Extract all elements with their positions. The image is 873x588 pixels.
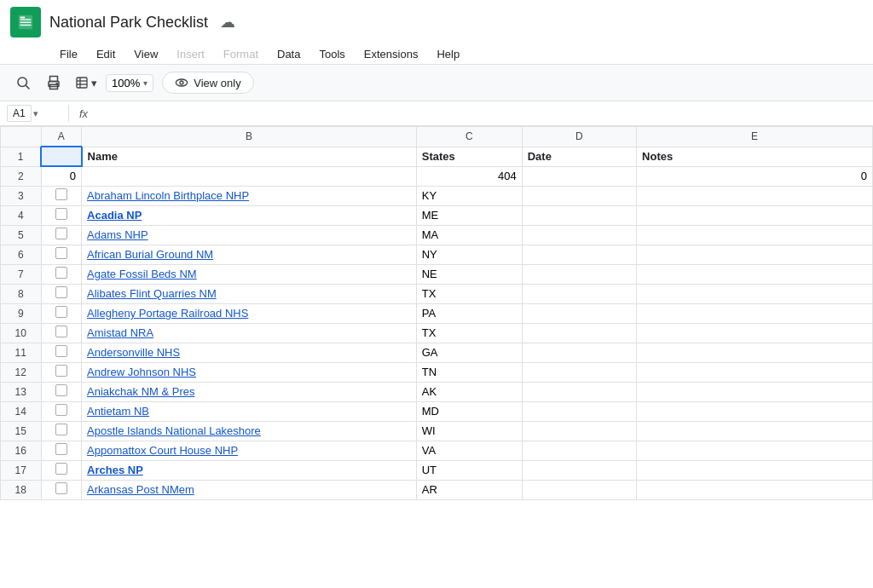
cell-a3[interactable]: [41, 186, 82, 205]
row-number[interactable]: 5: [1, 225, 42, 245]
cell-ref-dropdown-icon[interactable]: ▾: [33, 108, 38, 119]
cell-d18[interactable]: [522, 480, 636, 499]
cell-a7[interactable]: [41, 264, 82, 284]
row-number[interactable]: 18: [1, 480, 42, 499]
cell-d5[interactable]: [522, 225, 636, 245]
cell-e2[interactable]: 0: [637, 166, 873, 186]
cell-d12[interactable]: [522, 362, 636, 382]
cell-b4[interactable]: Acadia NP: [82, 205, 417, 225]
row-number[interactable]: 9: [1, 303, 42, 323]
cell-d8[interactable]: [522, 284, 636, 303]
cell-a15[interactable]: [41, 421, 82, 441]
zoom-control[interactable]: 100% ▾: [106, 74, 153, 92]
cell-c7[interactable]: NE: [416, 264, 522, 284]
cell-d9[interactable]: [522, 303, 636, 323]
view-only-button[interactable]: View only: [162, 72, 253, 94]
cell-d16[interactable]: [522, 441, 636, 460]
cell-d2[interactable]: [522, 166, 636, 186]
cell-c13[interactable]: AK: [416, 382, 522, 401]
cell-d13[interactable]: [522, 382, 636, 401]
cell-b9[interactable]: Allegheny Portage Railroad NHS: [82, 303, 417, 323]
cell-a1[interactable]: [41, 147, 82, 166]
cell-b10[interactable]: Amistad NRA: [82, 323, 417, 343]
cell-b11[interactable]: Andersonville NHS: [82, 343, 417, 362]
cell-d3[interactable]: [522, 186, 636, 205]
cell-b15[interactable]: Apostle Islands National Lakeshore: [82, 421, 417, 441]
cell-d14[interactable]: [522, 401, 636, 421]
cell-c4[interactable]: ME: [416, 205, 522, 225]
checkbox[interactable]: [55, 384, 67, 396]
col-header-a[interactable]: A: [41, 127, 82, 147]
checkbox[interactable]: [55, 326, 67, 337]
cell-e4[interactable]: [637, 205, 873, 225]
checkbox[interactable]: [55, 286, 67, 298]
col-header-b[interactable]: B: [82, 127, 417, 147]
menu-tools[interactable]: Tools: [310, 44, 353, 64]
cell-b5[interactable]: Adams NHP: [82, 225, 417, 245]
menu-extensions[interactable]: Extensions: [356, 44, 427, 64]
cell-c3[interactable]: KY: [416, 186, 522, 205]
row-number[interactable]: 15: [1, 421, 42, 441]
cell-c16[interactable]: VA: [416, 441, 522, 460]
format-button[interactable]: ▾: [72, 70, 101, 95]
menu-file[interactable]: File: [51, 44, 86, 64]
row-number[interactable]: 8: [1, 284, 42, 303]
cell-a13[interactable]: [41, 382, 82, 401]
cell-d11[interactable]: [522, 343, 636, 362]
cell-a17[interactable]: [41, 460, 82, 480]
cell-e12[interactable]: [637, 362, 873, 382]
cell-c14[interactable]: MD: [416, 401, 522, 421]
menu-help[interactable]: Help: [428, 44, 468, 64]
cell-b16[interactable]: Appomattox Court House NHP: [82, 441, 417, 460]
row-number[interactable]: 1: [1, 147, 42, 166]
cell-e6[interactable]: [637, 245, 873, 264]
row-number[interactable]: 17: [1, 460, 42, 480]
cell-d10[interactable]: [522, 323, 636, 343]
row-number[interactable]: 16: [1, 441, 42, 460]
print-button[interactable]: [41, 70, 66, 95]
cell-a9[interactable]: [41, 303, 82, 323]
cell-c8[interactable]: TX: [416, 284, 522, 303]
cell-c17[interactable]: UT: [416, 460, 522, 480]
row-number[interactable]: 4: [1, 205, 42, 225]
row-number[interactable]: 2: [1, 166, 42, 186]
row-number[interactable]: 10: [1, 323, 42, 343]
col-header-e[interactable]: E: [637, 127, 873, 147]
checkbox[interactable]: [55, 188, 67, 200]
spreadsheet[interactable]: A B C D E 1NameStatesDateNotes2040403Abr…: [0, 126, 873, 500]
search-button[interactable]: [10, 70, 36, 95]
cell-a18[interactable]: [41, 480, 82, 499]
checkbox[interactable]: [55, 345, 67, 357]
cell-c6[interactable]: NY: [416, 245, 522, 264]
cell-b17[interactable]: Arches NP: [82, 460, 417, 480]
cell-c11[interactable]: GA: [416, 343, 522, 362]
cell-e7[interactable]: [637, 264, 873, 284]
cell-reference[interactable]: A1 ▾: [7, 105, 58, 122]
checkbox[interactable]: [55, 463, 67, 475]
cell-d6[interactable]: [522, 245, 636, 264]
menu-data[interactable]: Data: [269, 44, 309, 64]
cell-a16[interactable]: [41, 441, 82, 460]
checkbox[interactable]: [55, 365, 67, 377]
cell-d15[interactable]: [522, 421, 636, 441]
checkbox[interactable]: [55, 228, 67, 239]
row-number[interactable]: 13: [1, 382, 42, 401]
cell-c15[interactable]: WI: [416, 421, 522, 441]
cell-e9[interactable]: [637, 303, 873, 323]
checkbox[interactable]: [55, 267, 67, 279]
cell-a12[interactable]: [41, 362, 82, 382]
menu-view[interactable]: View: [125, 44, 166, 64]
cell-c5[interactable]: MA: [416, 225, 522, 245]
cell-e14[interactable]: [637, 401, 873, 421]
cell-d4[interactable]: [522, 205, 636, 225]
row-number[interactable]: 3: [1, 186, 42, 205]
cell-c10[interactable]: TX: [416, 323, 522, 343]
cell-e8[interactable]: [637, 284, 873, 303]
cell-a5[interactable]: [41, 225, 82, 245]
cell-a6[interactable]: [41, 245, 82, 264]
row-number[interactable]: 11: [1, 343, 42, 362]
row-number[interactable]: 14: [1, 401, 42, 421]
checkbox[interactable]: [55, 424, 67, 435]
menu-edit[interactable]: Edit: [88, 44, 124, 64]
cell-d7[interactable]: [522, 264, 636, 284]
